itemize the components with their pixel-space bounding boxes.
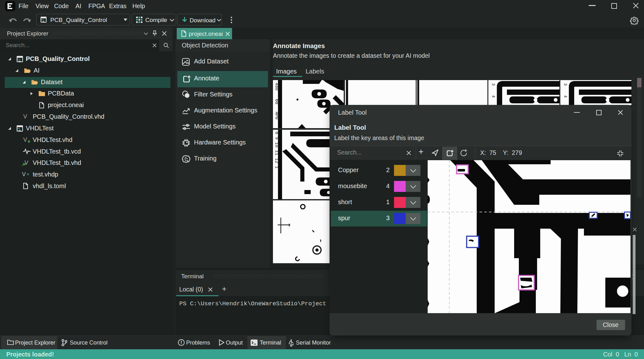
svg-text:4: 4	[491, 95, 496, 98]
svg-text:3: 3	[491, 83, 496, 86]
svg-text:3: 3	[563, 83, 568, 86]
svg-text:4: 4	[563, 95, 568, 98]
svg-text:4P0: 4P0	[274, 112, 279, 119]
svg-text:480: 480	[274, 83, 279, 90]
svg-text:8 9 10 11 12 1: 8 9 10 11 12 1	[274, 132, 279, 169]
svg-text:60: 60	[274, 99, 279, 104]
